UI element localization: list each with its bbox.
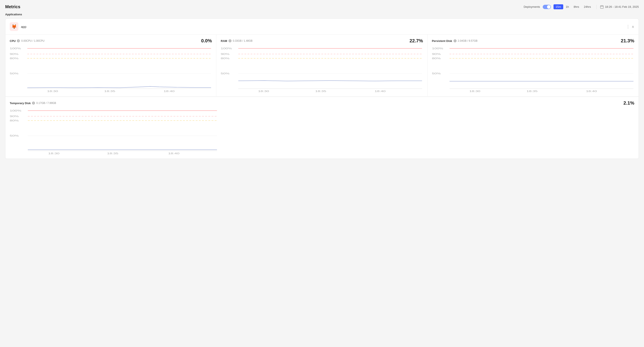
cpu-label: CPU	[10, 39, 16, 43]
svg-text:18:35: 18:35	[526, 90, 538, 93]
ram-header: RAM i 0.33GB / 1.48GB 22.7%	[221, 38, 423, 44]
persistent-disk-chart-svg: 100% 90% 80% 50% 18:30 18:35 18:40	[432, 46, 634, 94]
app-icon: 🦊	[10, 22, 18, 31]
ram-label-group: RAM i 0.33GB / 1.48GB	[221, 39, 252, 43]
svg-text:100%: 100%	[432, 47, 443, 50]
temporary-disk-header: Temporary Disk i 0.17GB / 7.99GB 2.1%	[10, 100, 634, 106]
cpu-percent: 0.0%	[201, 38, 212, 44]
time-btn-8hrs[interactable]: 8hrs	[572, 4, 581, 9]
page-header: Metrics Deployments 15m 1h 8hrs 24hrs	[5, 4, 639, 9]
deployments-toggle[interactable]	[543, 5, 551, 9]
svg-text:100%: 100%	[10, 47, 21, 50]
temporary-disk-label-group: Temporary Disk i 0.17GB / 7.99GB	[10, 102, 56, 105]
metrics-page: Metrics Deployments 15m 1h 8hrs 24hrs	[0, 0, 644, 347]
persistent-disk-current: 2.04GB / 9.57GB	[458, 39, 478, 42]
calendar-icon	[600, 5, 604, 9]
temporary-disk-chart: 100% 90% 80% 50% 18:30 18:35 18:40	[10, 109, 218, 156]
persistent-disk-label: Persistent Disk	[432, 39, 452, 43]
ram-label: RAM	[221, 39, 227, 43]
ram-percent: 22.7%	[410, 38, 423, 44]
cpu-label-group: CPU i 0.00CPU / 1.00CPU	[10, 39, 44, 43]
app-info: 🦊 app	[10, 22, 26, 31]
temporary-disk-current: 0.17GB / 7.99GB	[36, 102, 56, 105]
app-card: 🦊 app ⋮ ∧ CPU i 0.00CPU / 1.00CPU 0.0	[5, 19, 639, 159]
svg-text:18:40: 18:40	[168, 152, 179, 155]
svg-text:18:40: 18:40	[375, 90, 386, 93]
svg-text:90%: 90%	[10, 115, 19, 118]
svg-text:50%: 50%	[10, 135, 19, 137]
svg-text:18:30: 18:30	[47, 90, 58, 93]
cpu-chart-svg: 100% 90% 80% 50% 18:30 18:35	[10, 46, 212, 94]
header-divider	[596, 5, 597, 9]
svg-text:18:35: 18:35	[315, 90, 326, 93]
temporary-disk-label: Temporary Disk	[10, 102, 31, 105]
svg-text:18:35: 18:35	[107, 152, 118, 155]
svg-text:50%: 50%	[432, 72, 441, 75]
temporary-disk-percent: 2.1%	[624, 100, 634, 106]
header-controls: Deployments 15m 1h 8hrs 24hrs 18:26 - 18…	[524, 4, 639, 9]
svg-text:18:40: 18:40	[164, 90, 174, 93]
page-title: Metrics	[5, 4, 20, 9]
svg-text:18:30: 18:30	[258, 90, 269, 93]
date-range-text: 18:26 - 18:41 Feb 19, 2025	[605, 5, 639, 9]
svg-text:18:30: 18:30	[469, 90, 480, 93]
date-range: 18:26 - 18:41 Feb 19, 2025	[600, 5, 639, 9]
svg-text:80%: 80%	[10, 120, 19, 122]
more-icon[interactable]: ⋮	[626, 24, 630, 29]
ram-chart: 100% 90% 80% 50% 18:30 18:35 18:40	[221, 46, 423, 94]
cpu-panel: CPU i 0.00CPU / 1.00CPU 0.0% 100% 90% 80…	[6, 35, 216, 96]
time-btn-15m[interactable]: 15m	[554, 4, 563, 9]
cpu-header: CPU i 0.00CPU / 1.00CPU 0.0%	[10, 38, 212, 44]
app-actions: ⋮ ∧	[626, 24, 634, 29]
temporary-disk-section: Temporary Disk i 0.17GB / 7.99GB 2.1% 10…	[6, 97, 638, 159]
svg-text:100%: 100%	[10, 110, 22, 112]
collapse-icon[interactable]: ∧	[632, 25, 634, 29]
svg-text:80%: 80%	[432, 57, 441, 60]
toggle-knob	[547, 5, 550, 9]
svg-text:80%: 80%	[10, 57, 18, 60]
svg-text:80%: 80%	[221, 57, 230, 60]
app-name: app	[21, 25, 26, 29]
temporary-disk-chart-svg: 100% 90% 80% 50% 18:30 18:35 18:40	[10, 109, 218, 156]
persistent-disk-info-icon[interactable]: i	[454, 39, 456, 42]
svg-text:50%: 50%	[10, 72, 18, 75]
app-header: 🦊 app ⋮ ∧	[6, 19, 638, 35]
svg-text:90%: 90%	[221, 53, 230, 55]
ram-chart-svg: 100% 90% 80% 50% 18:30 18:35 18:40	[221, 46, 423, 94]
ram-info-icon[interactable]: i	[228, 39, 232, 42]
time-buttons-group: 15m 1h 8hrs 24hrs	[554, 4, 593, 9]
applications-label: Applications	[5, 13, 639, 16]
svg-text:18:40: 18:40	[586, 90, 597, 93]
deployments-label: Deployments	[524, 5, 540, 9]
time-btn-1h[interactable]: 1h	[564, 4, 571, 9]
svg-text:100%: 100%	[221, 47, 232, 50]
time-btn-24hrs[interactable]: 24hrs	[582, 4, 593, 9]
ram-current: 0.33GB / 1.48GB	[233, 39, 252, 42]
persistent-disk-percent: 21.3%	[621, 38, 634, 44]
app-icon-emoji: 🦊	[12, 24, 17, 29]
svg-text:50%: 50%	[221, 72, 230, 75]
persistent-disk-label-group: Persistent Disk i 2.04GB / 9.57GB	[432, 39, 478, 43]
svg-text:90%: 90%	[10, 53, 18, 55]
cpu-current: 0.00CPU / 1.00CPU	[21, 39, 44, 42]
temporary-disk-info-icon[interactable]: i	[32, 102, 35, 105]
persistent-disk-panel: Persistent Disk i 2.04GB / 9.57GB 21.3% …	[428, 35, 638, 96]
cpu-info-icon[interactable]: i	[17, 39, 20, 42]
persistent-disk-chart: 100% 90% 80% 50% 18:30 18:35 18:40	[432, 46, 634, 94]
persistent-disk-header: Persistent Disk i 2.04GB / 9.57GB 21.3%	[432, 38, 634, 44]
svg-text:18:35: 18:35	[104, 90, 115, 93]
svg-text:18:30: 18:30	[48, 152, 60, 155]
cpu-chart: 100% 90% 80% 50% 18:30 18:35	[10, 46, 212, 94]
metrics-grid-row1: CPU i 0.00CPU / 1.00CPU 0.0% 100% 90% 80…	[6, 35, 638, 97]
svg-rect-0	[600, 6, 604, 9]
ram-panel: RAM i 0.33GB / 1.48GB 22.7% 100% 90% 80%…	[216, 35, 428, 96]
svg-text:90%: 90%	[432, 53, 441, 55]
